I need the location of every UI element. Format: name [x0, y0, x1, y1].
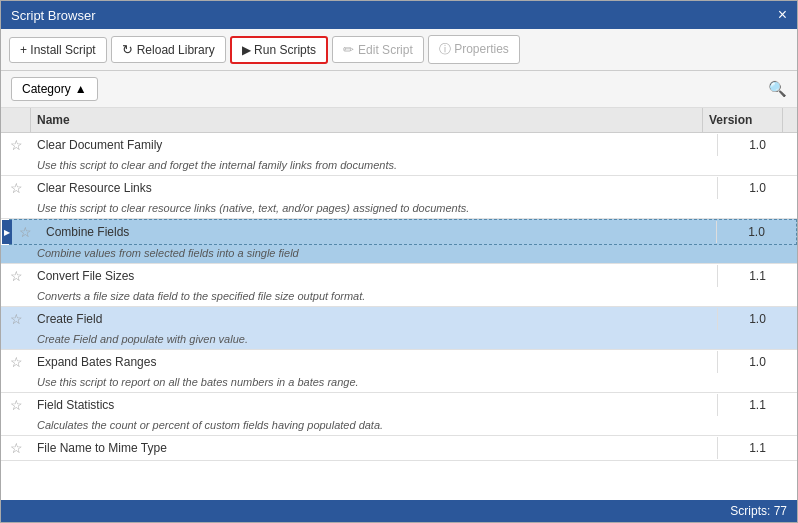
category-row: Category ▲ 🔍 [1, 71, 797, 108]
list-item: ☆Field Statistics1.1Calculates the count… [1, 393, 797, 436]
search-button[interactable]: 🔍 [768, 80, 787, 98]
star-cell[interactable]: ☆ [1, 264, 31, 288]
status-bar: Scripts: 77 [1, 500, 797, 522]
search-icon: 🔍 [768, 80, 787, 97]
script-version: 1.0 [717, 134, 797, 156]
table-header: Name Version [1, 108, 797, 133]
script-description: Use this script to clear and forget the … [1, 157, 797, 175]
script-name: Expand Bates Ranges [31, 351, 717, 373]
list-item: ☆Clear Document Family1.0Use this script… [1, 133, 797, 176]
star-cell[interactable]: ☆ [1, 133, 31, 157]
script-name: Combine Fields [40, 221, 716, 243]
edit-icon: ✏ [343, 42, 354, 57]
category-arrow-icon: ▲ [75, 82, 87, 96]
list-item: ☆Expand Bates Ranges1.0Use this script t… [1, 350, 797, 393]
script-name: Clear Document Family [31, 134, 717, 156]
star-cell[interactable]: ☆ [1, 393, 31, 417]
script-version: 1.0 [717, 351, 797, 373]
star-icon[interactable]: ☆ [10, 440, 23, 456]
star-icon[interactable]: ☆ [10, 137, 23, 153]
list-item: ☆Create Field1.0Create Field and populat… [1, 307, 797, 350]
star-icon[interactable]: ☆ [10, 397, 23, 413]
script-description: Create Field and populate with given val… [1, 331, 797, 349]
reload-library-button[interactable]: ↻ Reload Library [111, 36, 226, 63]
script-main-row[interactable]: ▶☆Combine Fields1.0 [9, 219, 797, 245]
script-name: Clear Resource Links [31, 177, 717, 199]
version-column-header: Version [703, 108, 783, 132]
script-version: 1.0 [716, 221, 796, 243]
script-version: 1.0 [717, 177, 797, 199]
scrollbar-header [783, 108, 797, 132]
properties-label: ⓘ Properties [439, 41, 509, 58]
script-description: Use this script to clear resource links … [1, 200, 797, 218]
star-icon[interactable]: ☆ [10, 354, 23, 370]
script-name: Convert File Sizes [31, 265, 717, 287]
run-label: ▶ Run Scripts [242, 43, 316, 57]
script-description: Calculates the count or percent of custo… [1, 417, 797, 435]
toolbar: + Install Script ↻ Reload Library ▶ Run … [1, 29, 797, 71]
script-version: 1.1 [717, 394, 797, 416]
close-button[interactable]: × [778, 7, 787, 23]
script-version: 1.1 [717, 265, 797, 287]
star-icon[interactable]: ☆ [10, 268, 23, 284]
script-main-row[interactable]: ☆Clear Resource Links1.0 [1, 176, 797, 200]
scripts-list[interactable]: ☆Clear Document Family1.0Use this script… [1, 133, 797, 500]
star-cell[interactable]: ☆ [1, 436, 31, 460]
script-main-row[interactable]: ☆Field Statistics1.1 [1, 393, 797, 417]
list-item: ☆File Name to Mime Type1.1 [1, 436, 797, 461]
category-label: Category [22, 82, 71, 96]
script-main-row[interactable]: ☆Create Field1.0 [1, 307, 797, 331]
name-column-header: Name [31, 108, 703, 132]
script-name: File Name to Mime Type [31, 437, 717, 459]
star-cell[interactable]: ☆ [1, 350, 31, 374]
star-cell[interactable]: ☆ [1, 307, 31, 331]
window-title: Script Browser [11, 8, 96, 23]
star-icon[interactable]: ☆ [10, 180, 23, 196]
script-main-row[interactable]: ☆Convert File Sizes1.1 [1, 264, 797, 288]
list-item: ☆Clear Resource Links1.0Use this script … [1, 176, 797, 219]
edit-label: Edit Script [358, 43, 413, 57]
star-icon[interactable]: ☆ [19, 224, 32, 240]
reload-label: Reload Library [137, 43, 215, 57]
script-name: Field Statistics [31, 394, 717, 416]
run-scripts-button[interactable]: ▶ Run Scripts [230, 36, 328, 64]
script-name: Create Field [31, 308, 717, 330]
script-main-row[interactable]: ☆Expand Bates Ranges1.0 [1, 350, 797, 374]
properties-button[interactable]: ⓘ Properties [428, 35, 520, 64]
install-script-button[interactable]: + Install Script [9, 37, 107, 63]
script-main-row[interactable]: ☆File Name to Mime Type1.1 [1, 436, 797, 460]
script-description: Combine values from selected fields into… [1, 245, 797, 263]
edit-script-button[interactable]: ✏ Edit Script [332, 36, 424, 63]
scripts-count: Scripts: 77 [730, 504, 787, 518]
script-main-row[interactable]: ☆Clear Document Family1.0 [1, 133, 797, 157]
star-column-header [1, 108, 31, 132]
category-dropdown[interactable]: Category ▲ [11, 77, 98, 101]
star-cell[interactable]: ☆ [1, 176, 31, 200]
active-indicator: ▶ [2, 220, 12, 244]
reload-icon: ↻ [122, 42, 133, 57]
star-cell[interactable]: ☆ [10, 220, 40, 244]
star-icon[interactable]: ☆ [10, 311, 23, 327]
list-item: ☆Convert File Sizes1.1Converts a file si… [1, 264, 797, 307]
list-item: ▶☆Combine Fields1.0Combine values from s… [1, 219, 797, 264]
script-browser-window: Script Browser × + Install Script ↻ Relo… [0, 0, 798, 523]
title-bar: Script Browser × [1, 1, 797, 29]
script-version: 1.0 [717, 308, 797, 330]
script-version: 1.1 [717, 437, 797, 459]
script-description: Converts a file size data field to the s… [1, 288, 797, 306]
script-description: Use this script to report on all the bat… [1, 374, 797, 392]
